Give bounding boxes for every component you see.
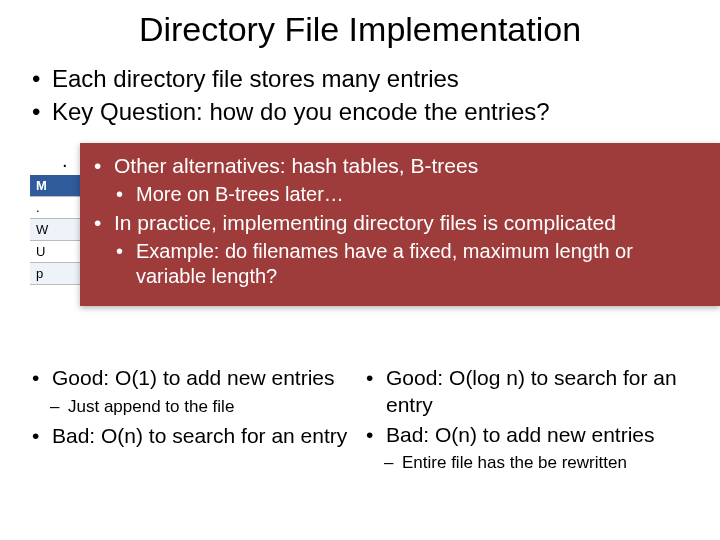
bullet-item: Good: O(log n) to search for an entry <box>364 365 690 418</box>
bullet-item: Good: O(1) to add new entries <box>30 365 356 391</box>
top-bullets: Each directory file stores many entries … <box>30 63 690 127</box>
right-column: Good: O(log n) to search for an entry Ba… <box>364 365 690 479</box>
callout-bullet: In practice, implementing directory file… <box>92 210 708 237</box>
two-column-area: Good: O(1) to add new entries Just appen… <box>30 365 690 479</box>
sub-bullet-item: Entire file has the be rewritten <box>364 452 690 473</box>
bullet-item: Bad: O(n) to add new entries <box>364 422 690 448</box>
bullet-item: Key Question: how do you encode the entr… <box>30 96 690 127</box>
callout-sub-bullet: Example: do filenames have a fixed, maxi… <box>92 239 708 290</box>
slide: Directory File Implementation Each direc… <box>0 0 720 540</box>
obscured-bullet: . <box>62 149 68 172</box>
table-cell: p <box>30 263 82 285</box>
partial-table: M . W U p <box>30 175 82 285</box>
callout-sub-bullet: More on B-trees later… <box>92 182 708 208</box>
mid-area: . . M . W U p Other alternatives: hash t… <box>30 143 690 343</box>
left-column: Good: O(1) to add new entries Just appen… <box>30 365 356 479</box>
callout-bullet: Other alternatives: hash tables, B-trees <box>92 153 708 180</box>
table-header-cell: M <box>30 175 82 197</box>
table-cell: W <box>30 219 82 241</box>
bullet-item: Bad: O(n) to search for an entry <box>30 423 356 449</box>
callout-box: Other alternatives: hash tables, B-trees… <box>80 143 720 306</box>
bullet-item: Each directory file stores many entries <box>30 63 690 94</box>
table-cell: . <box>30 197 82 219</box>
slide-title: Directory File Implementation <box>30 10 690 49</box>
table-cell: U <box>30 241 82 263</box>
sub-bullet-item: Just append to the file <box>30 396 356 417</box>
